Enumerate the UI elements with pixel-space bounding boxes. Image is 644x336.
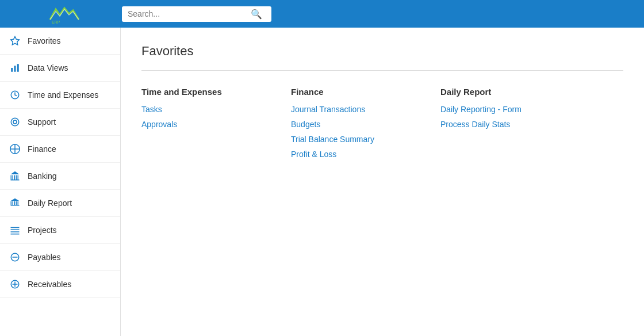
svg-rect-24 [11, 227, 20, 228]
clock-icon [9, 89, 21, 101]
sidebar-label-receivables: Receivables [28, 280, 71, 289]
process-daily-stats-link[interactable]: Process Daily Stats [440, 120, 544, 129]
search-button[interactable]: 🔍 [251, 9, 262, 20]
search-input[interactable] [128, 9, 248, 18]
fav-section-daily-report: Daily Report Daily Reporting - Form Proc… [440, 87, 544, 165]
main-layout: Favorites Data Views Time and Expenses [0, 28, 644, 336]
sidebar-item-finance[interactable]: Finance [0, 136, 120, 163]
approvals-link[interactable]: Approvals [141, 120, 245, 129]
sidebar-label-support: Support [28, 117, 56, 127]
sidebar-label-banking: Banking [28, 171, 57, 181]
search-bar: 🔍 [122, 6, 271, 22]
svg-point-6 [11, 118, 19, 126]
bar-chart-icon [9, 62, 21, 74]
sidebar-item-projects[interactable]: Projects [0, 217, 120, 244]
sidebar-label-data-views: Data Views [28, 63, 68, 72]
fav-section-time-expenses: Time and Expenses Tasks Approvals [141, 87, 245, 165]
content-area: Favorites Time and Expenses Tasks Approv… [121, 28, 644, 336]
budgets-link[interactable]: Budgets [291, 120, 394, 129]
fav-section-finance: Finance Journal Transactions Budgets Tri… [291, 87, 394, 165]
logo: ERP [7, 3, 122, 24]
svg-rect-18 [13, 201, 14, 205]
svg-rect-20 [16, 201, 17, 205]
sidebar: Favorites Data Views Time and Expenses [0, 28, 121, 336]
sidebar-item-time-expenses[interactable]: Time and Expenses [0, 82, 120, 109]
sidebar-label-daily-report: Daily Report [28, 198, 72, 208]
topbar: ERP 🔍 [0, 0, 644, 28]
logo-icon: ERP [47, 3, 82, 24]
svg-marker-1 [11, 37, 20, 45]
fav-section-title-daily-report: Daily Report [440, 87, 544, 97]
svg-text:ERP: ERP [52, 20, 60, 24]
sidebar-label-favorites: Favorites [28, 36, 61, 45]
svg-rect-13 [16, 175, 17, 180]
svg-rect-23 [11, 205, 20, 206]
favorites-grid: Time and Expenses Tasks Approvals Financ… [141, 87, 623, 165]
svg-rect-4 [17, 64, 19, 72]
svg-rect-19 [14, 201, 16, 205]
receivables-icon [9, 278, 21, 290]
svg-rect-16 [11, 180, 20, 181]
support-icon [9, 116, 21, 128]
svg-rect-17 [11, 201, 12, 205]
sidebar-label-projects: Projects [28, 226, 57, 235]
svg-rect-26 [11, 231, 20, 232]
svg-rect-21 [18, 201, 19, 205]
sidebar-item-data-views[interactable]: Data Views [0, 55, 120, 82]
sidebar-item-banking[interactable]: Banking [0, 163, 120, 190]
sidebar-item-favorites[interactable]: Favorites [0, 28, 120, 55]
svg-rect-2 [11, 68, 13, 72]
divider [141, 70, 623, 71]
profit-loss-link[interactable]: Profit & Loss [291, 150, 394, 159]
sidebar-item-daily-report[interactable]: Daily Report [0, 190, 120, 217]
tasks-link[interactable]: Tasks [141, 105, 245, 114]
svg-rect-25 [11, 230, 20, 231]
banking-icon [9, 170, 21, 182]
sidebar-label-time-expenses: Time and Expenses [28, 90, 98, 100]
journal-transactions-link[interactable]: Journal Transactions [291, 105, 394, 114]
daily-reporting-form-link[interactable]: Daily Reporting - Form [440, 105, 544, 114]
star-icon [9, 35, 21, 47]
trial-balance-link[interactable]: Trial Balance Summary [291, 135, 394, 144]
fav-section-title-finance: Finance [291, 87, 394, 97]
daily-report-icon [9, 197, 21, 209]
svg-rect-3 [14, 66, 16, 72]
sidebar-item-support[interactable]: Support [0, 109, 120, 136]
sidebar-item-receivables[interactable]: Receivables [0, 271, 120, 298]
svg-rect-10 [11, 175, 12, 180]
svg-marker-15 [11, 171, 20, 174]
sidebar-item-payables[interactable]: Payables [0, 244, 120, 271]
svg-marker-22 [11, 198, 20, 201]
page-title: Favorites [141, 44, 623, 59]
sidebar-label-finance: Finance [28, 144, 56, 154]
svg-point-7 [13, 120, 17, 124]
fav-section-title-time-expenses: Time and Expenses [141, 87, 245, 97]
payables-icon [9, 251, 21, 263]
sidebar-label-payables: Payables [28, 253, 61, 262]
projects-icon [9, 224, 21, 236]
svg-rect-27 [11, 234, 20, 235]
finance-icon [9, 143, 21, 155]
svg-rect-12 [14, 175, 16, 180]
svg-rect-14 [18, 175, 19, 180]
svg-rect-11 [13, 175, 14, 180]
